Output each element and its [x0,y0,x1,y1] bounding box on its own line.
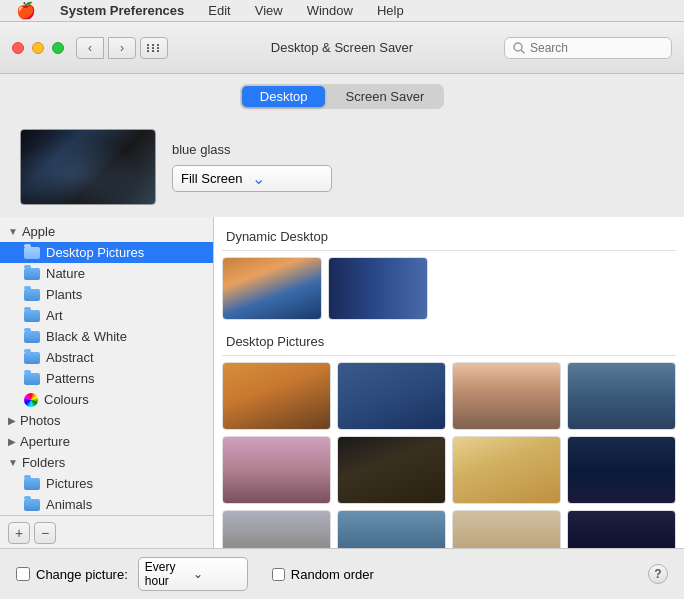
edit-menu[interactable]: Edit [204,3,234,18]
preview-name: blue glass [172,142,332,157]
interval-select[interactable]: Every hour ⌄ [138,557,248,591]
sidebar-item-colours[interactable]: Colours [0,389,213,410]
sidebar-item-patterns[interactable]: Patterns [0,368,213,389]
expand-triangle-icon: ▼ [8,457,18,468]
segment-wrapper: Desktop Screen Saver [240,84,444,109]
grid-icon [147,44,161,52]
random-order-control: Random order [272,567,374,582]
grid-view-button[interactable] [140,37,168,59]
split-area: ▼ Apple Desktop Pictures Nature Plants A… [0,217,684,548]
desktop-pictures-header: Desktop Pictures [222,330,676,356]
change-picture-checkbox[interactable] [16,567,30,581]
window-menu[interactable]: Window [303,3,357,18]
svg-line-1 [522,50,525,53]
sidebar-item-label: Colours [44,392,89,407]
sidebar-item-plants[interactable]: Plants [0,284,213,305]
desktop-pictures-grid [222,362,676,549]
desktop-thumb-10[interactable] [337,510,446,548]
folder-icon [24,352,40,364]
fill-mode-value: Fill Screen [181,171,252,186]
sidebar-item-label: Plants [46,287,82,302]
folders-section-label: Folders [22,455,65,470]
desktop-thumb-3[interactable] [452,362,561,430]
expand-triangle-icon: ▼ [8,226,18,237]
sidebar-item-label: Pictures [46,476,93,491]
back-button[interactable]: ‹ [76,37,104,59]
sidebar-item-nature[interactable]: Nature [0,263,213,284]
folder-icon [24,478,40,490]
expand-triangle-icon: ▶ [8,436,16,447]
preview-info: blue glass Fill Screen ⌄ [172,142,332,192]
sidebar-item-label: Nature [46,266,85,281]
sidebar-section-photos[interactable]: ▶ Photos [0,410,213,431]
dynamic-thumb-1[interactable] [222,257,322,320]
window-title: Desktop & Screen Saver [271,40,413,55]
sidebar-item-label: Art [46,308,63,323]
change-picture-label: Change picture: [36,567,128,582]
forward-button[interactable]: › [108,37,136,59]
dynamic-thumb-2[interactable] [328,257,428,320]
folder-icon [24,331,40,343]
sidebar-item-label: Black & White [46,329,127,344]
folder-icon [24,247,40,259]
sidebar-section-apple[interactable]: ▼ Apple [0,221,213,242]
search-box[interactable] [504,37,672,59]
sidebar-item-pictures[interactable]: Pictures [0,473,213,494]
search-icon [513,42,525,54]
dynamic-desktop-grid [222,257,676,320]
desktop-thumb-2[interactable] [337,362,446,430]
sidebar-item-abstract[interactable]: Abstract [0,347,213,368]
desktop-thumb-1[interactable] [222,362,331,430]
colour-wheel-icon [24,393,38,407]
main-content: Desktop Screen Saver blue glass Fill Scr… [0,74,684,599]
sidebar-bottom-controls: + − [0,515,213,548]
expand-triangle-icon: ▶ [8,415,16,426]
desktop-tab[interactable]: Desktop [242,86,326,107]
folder-icon [24,268,40,280]
random-order-checkbox[interactable] [272,568,285,581]
apple-section-label: Apple [22,224,55,239]
maximize-button[interactable] [52,42,64,54]
sidebar-section-folders[interactable]: ▼ Folders [0,452,213,473]
minimize-button[interactable] [32,42,44,54]
bottom-bar: Change picture: Every hour ⌄ Random orde… [0,548,684,599]
folder-icon [24,310,40,322]
desktop-thumb-5[interactable] [222,436,331,504]
sidebar-section-aperture[interactable]: ▶ Aperture [0,431,213,452]
sidebar-item-desktop-pictures[interactable]: Desktop Pictures [0,242,213,263]
folder-icon [24,499,40,511]
desktop-thumb-7[interactable] [452,436,561,504]
help-button[interactable]: ? [648,564,668,584]
desktop-thumb-8[interactable] [567,436,676,504]
segment-control: Desktop Screen Saver [0,74,684,117]
desktop-thumb-6[interactable] [337,436,446,504]
titlebar: ‹ › Desktop & Screen Saver [0,22,684,74]
sidebar-item-black-white[interactable]: Black & White [0,326,213,347]
chevron-down-icon: ⌄ [193,567,241,581]
traffic-lights [12,42,64,54]
remove-folder-button[interactable]: − [34,522,56,544]
add-folder-button[interactable]: + [8,522,30,544]
fill-mode-select[interactable]: Fill Screen ⌄ [172,165,332,192]
sidebar-item-label: Animals [46,497,92,512]
system-preferences-menu[interactable]: System Preferences [56,3,188,18]
change-picture-control: Change picture: [16,567,128,582]
sidebar-item-label: Abstract [46,350,94,365]
view-menu[interactable]: View [251,3,287,18]
desktop-thumb-11[interactable] [452,510,561,548]
folder-icon [24,373,40,385]
chevron-down-icon: ⌄ [252,169,323,188]
sidebar-item-art[interactable]: Art [0,305,213,326]
close-button[interactable] [12,42,24,54]
sidebar-item-animals[interactable]: Animals [0,494,213,515]
help-menu[interactable]: Help [373,3,408,18]
apple-menu-icon[interactable]: 🍎 [12,1,40,20]
desktop-thumb-12[interactable] [567,510,676,548]
desktop-thumb-4[interactable] [567,362,676,430]
desktop-thumb-9[interactable] [222,510,331,548]
photos-label: Photos [20,413,60,428]
search-input[interactable] [530,41,663,55]
screensaver-tab[interactable]: Screen Saver [327,86,442,107]
macos-menubar: 🍎 System Preferences Edit View Window He… [0,0,684,22]
sidebar-item-label: Patterns [46,371,94,386]
